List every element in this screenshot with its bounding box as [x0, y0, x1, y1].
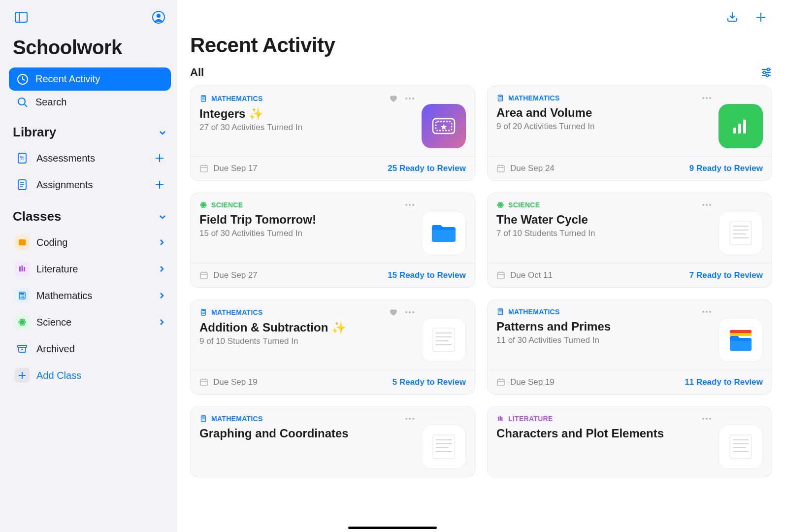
- svg-rect-18: [19, 266, 21, 271]
- class-label: Science: [36, 317, 71, 328]
- card-thumbnail: [719, 318, 763, 362]
- card-subtitle: 15 of 30 Activities Turned In: [199, 229, 415, 238]
- class-literature[interactable]: Literature: [9, 256, 171, 282]
- svg-point-132: [499, 313, 500, 314]
- card-subject: MATHEMATICS: [199, 415, 415, 423]
- due-date: Due Sep 17: [199, 164, 258, 173]
- svg-point-130: [500, 311, 501, 312]
- activity-card[interactable]: LITERATURE Characters and Plot Elements: [487, 406, 772, 477]
- svg-rect-87: [200, 272, 207, 279]
- class-mathematics[interactable]: Mathematics: [9, 282, 171, 309]
- favorite-icon[interactable]: [389, 308, 398, 317]
- ready-to-review-link[interactable]: 11 Ready to Review: [685, 377, 763, 387]
- calendar-icon: [496, 378, 505, 387]
- svg-rect-162: [501, 417, 503, 421]
- more-icon[interactable]: [405, 203, 415, 206]
- svg-point-51: [203, 100, 204, 100]
- more-icon[interactable]: [702, 310, 712, 313]
- svg-point-54: [409, 98, 411, 100]
- class-coding[interactable]: Coding: [9, 229, 171, 256]
- svg-rect-75: [743, 120, 746, 133]
- card-body: SCIENCE Field Trip Tomorrow! 15 of 30 Ac…: [191, 193, 475, 263]
- more-icon[interactable]: [405, 97, 415, 100]
- svg-rect-140: [497, 379, 504, 386]
- ready-to-review-link[interactable]: 7 Ready to Review: [689, 270, 763, 280]
- add-assessment-icon[interactable]: [154, 153, 165, 164]
- classes-section-header[interactable]: Classes: [9, 198, 171, 229]
- main-toolbar: [190, 9, 772, 30]
- download-icon[interactable]: [724, 9, 741, 26]
- add-assignment-icon[interactable]: [154, 179, 165, 190]
- profile-icon[interactable]: [150, 9, 167, 26]
- svg-rect-46: [202, 97, 205, 98]
- card-thumbnail: [719, 104, 763, 148]
- svg-point-80: [203, 204, 204, 206]
- card-title: Addition & Subtraction ✨: [199, 321, 415, 334]
- activity-card[interactable]: MATHEMATICS Area and Volume 9 of 20 Acti…: [487, 86, 772, 181]
- coding-icon: [15, 235, 30, 250]
- svg-text:%: %: [20, 155, 25, 161]
- card-thumbnail: [422, 104, 466, 148]
- svg-point-71: [706, 97, 708, 99]
- svg-point-135: [702, 311, 704, 313]
- ready-to-review-link[interactable]: 25 Ready to Review: [388, 164, 466, 173]
- ready-to-review-link[interactable]: 9 Ready to Review: [689, 164, 763, 173]
- chevron-right-icon: [158, 319, 165, 326]
- archive-icon: [15, 341, 30, 356]
- svg-rect-108: [202, 310, 205, 311]
- svg-point-116: [409, 311, 411, 313]
- library-assessments[interactable]: % Assessments: [9, 145, 171, 171]
- card-subtitle: 9 of 20 Activities Turned In: [496, 122, 712, 132]
- activity-card[interactable]: MATHEMATICS Integers ✨ 27 of 30 Activiti…: [190, 86, 475, 181]
- card-thumbnail: [422, 211, 466, 255]
- class-label: Literature: [36, 264, 78, 275]
- card-subtitle: 9 of 10 Students Turned In: [199, 336, 415, 346]
- card-title: The Water Cycle: [496, 213, 712, 227]
- svg-point-29: [21, 321, 23, 323]
- svg-line-6: [25, 104, 27, 107]
- nav-recent-activity[interactable]: Recent Activity: [9, 67, 171, 91]
- activity-grid: MATHEMATICS Integers ✨ 27 of 30 Activiti…: [190, 86, 772, 497]
- card-footer: Due Sep 17 25 Ready to Review: [191, 156, 475, 180]
- mathematics-icon: [15, 288, 30, 303]
- card-subject: LITERATURE: [496, 415, 712, 423]
- due-date: Due Oct 11: [496, 270, 553, 280]
- library-assignments[interactable]: Assignments: [9, 171, 171, 198]
- activity-card[interactable]: MATHEMATICS Addition & Subtraction ✨ 9 o…: [190, 299, 475, 395]
- activity-card[interactable]: SCIENCE The Water Cycle 7 of 10 Students…: [487, 193, 772, 288]
- more-icon[interactable]: [702, 97, 712, 100]
- ready-to-review-link[interactable]: 15 Ready to Review: [388, 270, 466, 280]
- filter-settings-icon[interactable]: [760, 66, 772, 78]
- svg-point-110: [203, 312, 204, 313]
- toggle-sidebar-icon[interactable]: [13, 9, 30, 26]
- card-thumbnail: [719, 425, 763, 469]
- card-subject: MATHEMATICS: [496, 94, 712, 102]
- more-icon[interactable]: [702, 203, 712, 206]
- card-body: MATHEMATICS Integers ✨ 27 of 30 Activiti…: [191, 86, 475, 156]
- ready-to-review-link[interactable]: 5 Ready to Review: [392, 377, 466, 387]
- more-icon[interactable]: [702, 417, 712, 420]
- activity-card[interactable]: MATHEMATICS Graphing and Coordinates: [190, 406, 475, 477]
- svg-rect-145: [202, 417, 205, 418]
- favorite-icon[interactable]: [389, 94, 398, 103]
- activity-card[interactable]: SCIENCE Field Trip Tomorrow! 15 of 30 Ac…: [190, 193, 475, 288]
- svg-point-146: [202, 418, 203, 419]
- more-icon[interactable]: [405, 417, 415, 420]
- svg-point-114: [204, 313, 205, 314]
- svg-point-113: [203, 313, 204, 314]
- svg-rect-139: [730, 333, 752, 336]
- card-title: Area and Volume: [496, 106, 712, 120]
- add-button-icon[interactable]: [752, 9, 769, 26]
- nav-search[interactable]: Search: [9, 91, 171, 114]
- class-science[interactable]: Science: [9, 309, 171, 335]
- add-class-button[interactable]: Add Class: [9, 362, 171, 389]
- library-section-header[interactable]: Library: [9, 114, 171, 145]
- class-archived[interactable]: Archived: [9, 335, 171, 362]
- nav-label: Recent Activity: [35, 73, 100, 85]
- svg-point-48: [203, 98, 204, 99]
- more-icon[interactable]: [405, 311, 415, 314]
- calendar-icon: [496, 164, 505, 173]
- subject-icon: [496, 415, 504, 423]
- section-title: Classes: [13, 209, 61, 224]
- activity-card[interactable]: MATHEMATICS Patterns and Primes 11 of 30…: [487, 299, 772, 395]
